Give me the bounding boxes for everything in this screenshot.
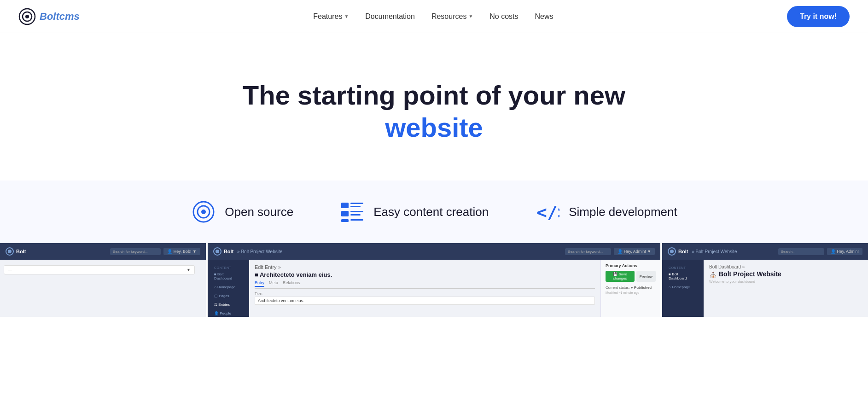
screenshot-panel-2: Bolt » Bolt Project Website Search for k… xyxy=(206,243,660,317)
screenshot-search-box-2: Search for keyword... xyxy=(565,248,611,255)
svg-rect-7 xyxy=(350,203,363,204)
nav-item-nocosts[interactable]: No costs xyxy=(489,12,518,21)
screenshot-header-3: Bolt » Bolt Project Website Search... 👤 … xyxy=(662,243,868,260)
screenshot-search-box-3: Search... xyxy=(778,248,824,255)
nav-item-resources[interactable]: Resources ▼ xyxy=(431,12,473,21)
hero-title: The starting point of your new website xyxy=(204,79,664,143)
feature-open-source-label: Open source xyxy=(225,205,293,219)
nav-item-news[interactable]: News xyxy=(535,12,553,21)
screenshot-sidebar-2: CONTENT ■ Bolt Dashboard ⌂ Homepage ▢ Pa… xyxy=(208,260,249,317)
svg-rect-6 xyxy=(341,203,349,208)
feature-easy-content-label: Easy content creation xyxy=(373,205,489,219)
screenshot-sidebar-3: CONTENT ■ Bolt Dashboard ⌂ Homepage xyxy=(662,260,704,317)
screenshot-breadcrumb-3: » Bolt Project Website xyxy=(690,249,737,254)
screenshots-strip: Bolt Search for keyword... 👤 Hey, Bob! ▼… xyxy=(0,243,868,317)
feature-simple-dev: </> Simple development xyxy=(535,199,677,225)
sidebar-item-entries-2: ☶ Entries xyxy=(211,301,245,309)
sidebar-item-homepage-2: ⌂ Homepage xyxy=(211,283,245,291)
screenshot-logo-2: Bolt » Bolt Project Website xyxy=(213,247,282,256)
screenshot-search-3: Search... 👤 Hey, Admin! xyxy=(778,248,862,255)
svg-point-5 xyxy=(201,210,206,214)
svg-point-2 xyxy=(25,15,29,18)
screenshot-save-btn-2[interactable]: 💾 Save changes xyxy=(606,271,635,282)
screenshot-tabs-2: Entry Meta Relations xyxy=(255,280,595,289)
screenshot-search-box-1: Search for keyword... xyxy=(110,248,161,255)
svg-rect-11 xyxy=(350,214,361,216)
sidebar-item-pages-2: ▢ Pages xyxy=(211,292,245,300)
screenshot-logo-1: Bolt xyxy=(6,247,26,256)
screenshot-status-2: Current status: ● Published xyxy=(606,286,656,290)
nav-item-documentation[interactable]: Documentation xyxy=(365,12,415,21)
logo-text: Boltcms xyxy=(40,11,80,23)
nav-item-features[interactable]: Features ▼ xyxy=(313,12,349,21)
screenshot-dropdown-1: — ▼ xyxy=(4,265,195,274)
screenshot-logo-circle-1 xyxy=(6,247,14,256)
screenshot-body-3: CONTENT ■ Bolt Dashboard ⌂ Homepage Bolt… xyxy=(662,260,868,317)
chevron-down-icon: ▼ xyxy=(344,14,349,19)
sidebar-section-2: CONTENT xyxy=(211,263,245,270)
screenshot-body-1: — ▼ xyxy=(0,260,206,317)
tab-entry-2: Entry xyxy=(255,280,264,287)
hero-title-highlight: website xyxy=(385,112,483,142)
screenshot-content-title-2: ■ Architecteto veniam eius. xyxy=(255,271,595,278)
screenshot-bolt-text-3: Bolt xyxy=(678,249,688,254)
logo-link[interactable]: Boltcms xyxy=(18,8,80,25)
screenshot-logo-3: Bolt » Bolt Project Website xyxy=(668,247,737,256)
navbar: Boltcms Features ▼ Documentation Resourc… xyxy=(0,0,868,33)
screenshot-panel-1: Bolt Search for keyword... 👤 Hey, Bob! ▼… xyxy=(0,243,206,317)
features-strip: Open source Easy content creation </> xyxy=(0,181,868,243)
screenshot-user-1: 👤 Hey, Bob! ▼ xyxy=(163,248,200,255)
feature-open-source: Open source xyxy=(191,199,293,225)
easy-content-icon xyxy=(339,199,365,225)
screenshot-info-3: Welcome to your dashboard xyxy=(709,280,862,284)
sidebar-item-dashboard-3: ■ Bolt Dashboard xyxy=(666,270,700,282)
sidebar-section-3: CONTENT xyxy=(666,263,700,270)
logo-bolt: Bolt xyxy=(40,11,59,22)
screenshot-edit-label-3: Bolt Dashboard » xyxy=(709,264,862,269)
screenshot-modified-2: Modified ~1 minute ago xyxy=(606,291,656,294)
nav-links: Features ▼ Documentation Resources ▼ No … xyxy=(313,12,553,21)
bolt-logo-icon xyxy=(18,8,36,25)
sidebar-item-homepage-3: ⌂ Homepage xyxy=(666,283,700,291)
screenshot-breadcrumb-2: » Bolt Project Website xyxy=(236,249,282,254)
screenshot-logo-circle-3 xyxy=(668,247,676,256)
svg-rect-8 xyxy=(350,206,361,207)
screenshot-content-2: Edit Entry » ■ Architecteto veniam eius.… xyxy=(249,260,600,317)
screenshot-search-2: Search for keyword... 👤 Hey, Admin! ▼ xyxy=(565,248,655,255)
open-source-icon xyxy=(191,199,216,225)
svg-rect-9 xyxy=(341,211,349,216)
tab-relations-2: Relations xyxy=(283,280,300,287)
screenshot-body-2: CONTENT ■ Bolt Dashboard ⌂ Homepage ▢ Pa… xyxy=(208,260,660,317)
screenshot-field-label-2: Title: xyxy=(255,291,595,296)
simple-dev-icon: </> xyxy=(535,199,560,225)
screenshot-right-title-2: Primary Actions xyxy=(606,263,656,268)
screenshot-panel-3: Bolt » Bolt Project Website Search... 👤 … xyxy=(660,243,868,317)
sidebar-item-people-2: 👤 People xyxy=(211,309,245,317)
screenshot-user-3: 👤 Hey, Admin! xyxy=(827,248,862,255)
hero-section: The starting point of your new website xyxy=(0,33,868,181)
screenshot-preview-btn-2[interactable]: Preview xyxy=(636,271,656,282)
screenshot-bolt-text-1: Bolt xyxy=(16,249,26,254)
screenshot-content-3: Bolt Dashboard » ⛪ Bolt Project Website … xyxy=(704,260,868,317)
chevron-down-icon: ▼ xyxy=(468,14,473,19)
screenshot-btn-group-2: 💾 Save changes Preview xyxy=(606,271,656,282)
try-now-button[interactable]: Try it now! xyxy=(787,6,850,27)
svg-text:</>: </> xyxy=(536,202,559,222)
tab-meta-2: Meta xyxy=(269,280,278,287)
feature-simple-dev-label: Simple development xyxy=(569,205,677,219)
screenshot-dashboard-title-3: ⛪ Bolt Project Website xyxy=(709,270,862,278)
feature-easy-content: Easy content creation xyxy=(339,199,489,225)
svg-rect-13 xyxy=(350,219,363,221)
screenshot-right-panel-2: Primary Actions 💾 Save changes Preview C… xyxy=(600,260,660,317)
sidebar-item-dashboard-2: ■ Bolt Dashboard xyxy=(211,270,245,282)
screenshot-header-1: Bolt Search for keyword... 👤 Hey, Bob! ▼ xyxy=(0,243,206,260)
screenshot-user-2: 👤 Hey, Admin! ▼ xyxy=(614,248,655,255)
screenshot-search-1: Search for keyword... 👤 Hey, Bob! ▼ xyxy=(110,248,200,255)
logo-cms: cms xyxy=(59,11,80,22)
svg-rect-12 xyxy=(341,219,349,222)
screenshot-edit-label-2: Edit Entry » xyxy=(255,264,595,270)
screenshot-bolt-text-2: Bolt xyxy=(224,249,233,254)
hero-title-plain: The starting point of your new xyxy=(243,80,625,110)
screenshot-header-2: Bolt » Bolt Project Website Search for k… xyxy=(208,243,660,260)
svg-rect-10 xyxy=(350,211,363,212)
